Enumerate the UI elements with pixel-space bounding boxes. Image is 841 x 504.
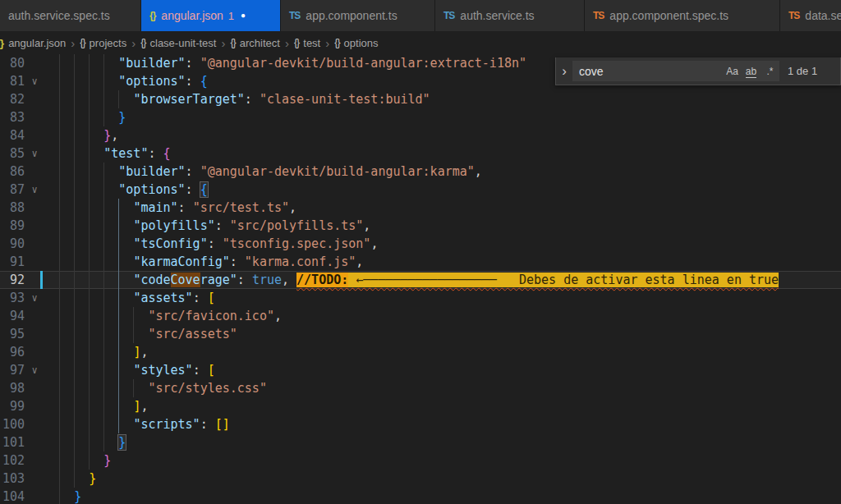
- code-text[interactable]: ],: [44, 343, 841, 361]
- fold-chevron-down-icon[interactable]: ∨: [25, 181, 44, 199]
- json-key: "test": [103, 146, 148, 161]
- indent-guide: [59, 181, 60, 199]
- indent-guide: [89, 217, 90, 235]
- todo-comment: ←────────────────── Debes de activar est…: [348, 273, 779, 287]
- indent-guide: [59, 126, 60, 144]
- fold-chevron-down-icon[interactable]: ∨: [25, 144, 44, 163]
- code-text[interactable]: }: [44, 488, 841, 504]
- breadcrumb-item-clase-unit-test[interactable]: clase-unit-test: [150, 37, 217, 49]
- line-number[interactable]: 89: [0, 217, 25, 235]
- tab-angular.json[interactable]: {}angular.json1●: [141, 0, 281, 31]
- code-text[interactable]: "codeCoverage": true, //TODO: ←─────────…: [44, 271, 841, 289]
- code-text[interactable]: "src/assets": [44, 325, 841, 343]
- fold-chevron-down-icon[interactable]: ∨: [25, 361, 44, 379]
- line-number[interactable]: 100: [0, 415, 25, 433]
- line-number[interactable]: 103: [0, 470, 25, 488]
- code-text[interactable]: ],: [44, 397, 841, 415]
- indent-guide: [103, 343, 104, 361]
- line-number[interactable]: 87: [0, 181, 25, 199]
- code-text[interactable]: "test": {: [44, 144, 841, 163]
- tab-app.component.spec.ts[interactable]: TSapp.component.spec.ts: [585, 0, 780, 31]
- punctuation: :: [148, 146, 163, 161]
- line-number[interactable]: 82: [0, 90, 25, 108]
- line-number[interactable]: 83: [0, 108, 25, 126]
- line-number[interactable]: 90: [0, 235, 25, 253]
- whole-word-icon[interactable]: ab: [742, 66, 761, 77]
- code-text[interactable]: "src/styles.css": [44, 379, 841, 397]
- tab-auth.service.ts[interactable]: TSauth.service.ts: [435, 0, 585, 31]
- line-number[interactable]: 80: [0, 54, 25, 72]
- editor-code-area[interactable]: 80 "builder": "@angular-devkit/build-ang…: [0, 54, 841, 504]
- code-text[interactable]: "styles": [: [44, 361, 841, 379]
- line-number[interactable]: 93: [0, 289, 25, 307]
- breadcrumb-item-test[interactable]: test: [303, 37, 320, 49]
- fold-chevron-down-icon[interactable]: ∨: [25, 72, 44, 90]
- code-line-89: 89 "polyfills": "src/polyfills.ts",: [0, 217, 841, 235]
- code-text[interactable]: "browserTarget": "clase-unit-test:build": [44, 90, 841, 108]
- line-number[interactable]: 104: [0, 488, 25, 504]
- code-text[interactable]: "karmaConfig": "karma.conf.js",: [44, 253, 841, 271]
- breadcrumb-item-architect[interactable]: architect: [240, 37, 280, 49]
- breadcrumb-item-options[interactable]: options: [344, 37, 379, 49]
- code-text[interactable]: "options": {: [44, 181, 841, 199]
- unsaved-changes-dot-icon[interactable]: ●: [241, 11, 246, 20]
- code-text[interactable]: "main": "src/test.ts",: [44, 199, 841, 217]
- punctuation: :: [193, 363, 208, 378]
- line-number[interactable]: 101: [0, 433, 25, 451]
- regex-icon[interactable]: .*: [761, 66, 779, 77]
- code-line-103: 103 }: [0, 470, 841, 488]
- bracket: }: [89, 471, 96, 486]
- indent-guide: [74, 289, 75, 307]
- line-number[interactable]: 88: [0, 199, 25, 217]
- find-input[interactable]: cove Aa ab .*: [572, 61, 779, 81]
- code-text[interactable]: }: [44, 470, 841, 488]
- code-line-91: 91 "karmaConfig": "karma.conf.js",: [0, 253, 841, 271]
- line-number[interactable]: 92: [0, 271, 25, 289]
- code-text[interactable]: "polyfills": "src/polyfills.ts",: [44, 217, 841, 235]
- code-text[interactable]: "assets": [: [44, 289, 841, 307]
- indent-guide: [118, 325, 119, 343]
- line-number[interactable]: 86: [0, 163, 25, 181]
- fold-chevron-down-icon[interactable]: ∨: [25, 289, 44, 307]
- indent-guide: [74, 361, 75, 379]
- line-number[interactable]: 96: [0, 343, 25, 361]
- line-number[interactable]: 81: [0, 72, 25, 90]
- fold-column: [25, 235, 44, 253]
- indent-guide: [74, 307, 75, 325]
- punctuation: :: [178, 200, 193, 215]
- code-text[interactable]: }: [44, 108, 841, 126]
- code-text[interactable]: },: [44, 126, 841, 144]
- line-number[interactable]: 84: [0, 126, 25, 144]
- line-number[interactable]: 95: [0, 325, 25, 343]
- code-text[interactable]: "scripts": []: [44, 415, 841, 433]
- code-line-96: 96 ],: [0, 343, 841, 361]
- fold-column: [25, 433, 44, 451]
- line-number[interactable]: 97: [0, 361, 25, 379]
- code-text[interactable]: }: [44, 433, 841, 451]
- match-case-icon[interactable]: Aa: [723, 66, 742, 77]
- find-expand-toggle-icon[interactable]: ›: [556, 63, 572, 80]
- code-line-85: 85∨ "test": {: [0, 144, 841, 163]
- line-number[interactable]: 98: [0, 379, 25, 397]
- tab-app.component.ts[interactable]: TSapp.component.ts: [281, 0, 435, 31]
- indent-guide: [118, 379, 119, 397]
- line-number[interactable]: 102: [0, 451, 25, 470]
- code-text[interactable]: "src/favicon.ico",: [44, 307, 841, 325]
- line-number[interactable]: 99: [0, 397, 25, 415]
- indent-guide: [118, 271, 119, 289]
- code-text[interactable]: }: [44, 451, 841, 470]
- indent-guide: [59, 470, 60, 488]
- line-number[interactable]: 85: [0, 144, 25, 163]
- breadcrumb-item-file[interactable]: angular.json: [8, 37, 66, 49]
- code-line-95: 95 "src/assets": [0, 325, 841, 343]
- code-text[interactable]: "builder": "@angular-devkit/build-angula…: [44, 163, 841, 181]
- tab-auth.service.spec.ts[interactable]: auth.service.spec.ts: [0, 0, 141, 31]
- breadcrumb-item-projects[interactable]: projects: [90, 37, 127, 49]
- indent-guide: [89, 307, 90, 325]
- tab-data.se[interactable]: TSdata.se: [780, 0, 841, 31]
- tab-label: angular.json: [161, 9, 223, 22]
- line-number[interactable]: 94: [0, 307, 25, 325]
- code-text[interactable]: "tsConfig": "tsconfig.spec.json",: [44, 235, 841, 253]
- tab-label: auth.service.ts: [460, 9, 534, 22]
- line-number[interactable]: 91: [0, 253, 25, 271]
